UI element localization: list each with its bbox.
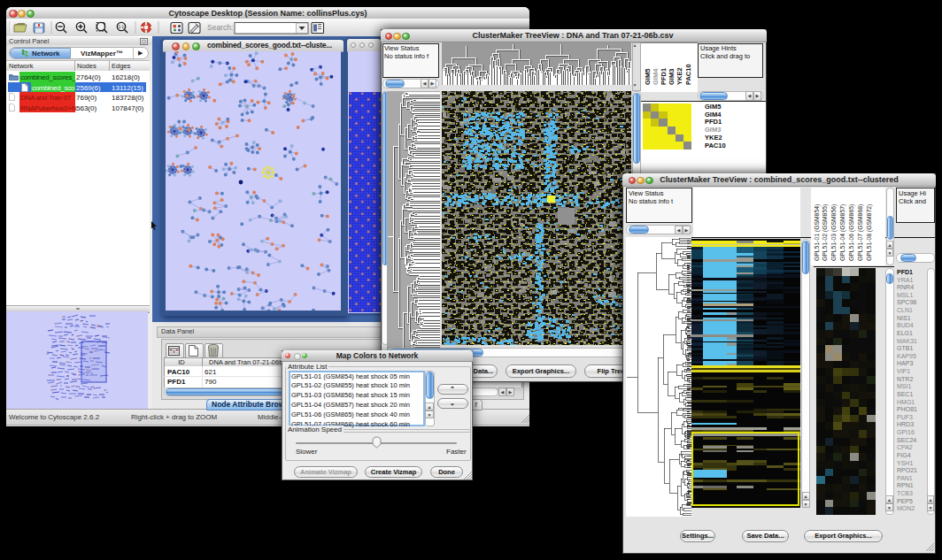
svg-text:Search:: Search: — [207, 23, 233, 32]
svg-text:1:1: 1:1 — [119, 25, 125, 29]
